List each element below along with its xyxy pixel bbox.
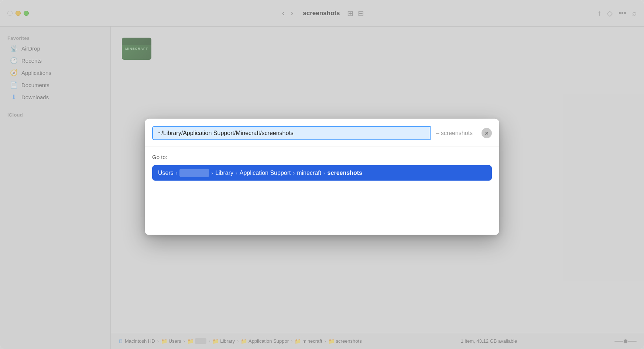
arrow-3: ›: [236, 170, 237, 176]
path-suffix: – screenshots: [431, 127, 478, 139]
segment-appsupport: Application Support: [240, 170, 291, 176]
goto-dialog: – screenshots ✕ Go to: Users › › Library…: [145, 119, 499, 235]
dialog-input-row: – screenshots ✕: [152, 126, 492, 140]
arrow-2: ›: [211, 170, 213, 176]
goto-label: Go to:: [152, 154, 492, 160]
dialog-body: Go to: Users › › Library › Application S…: [145, 146, 499, 235]
path-input[interactable]: [152, 126, 431, 140]
dialog-close-button[interactable]: ✕: [482, 128, 492, 138]
goto-path-row[interactable]: Users › › Library › Application Support …: [152, 165, 492, 181]
segment-library: Library: [215, 170, 233, 176]
segment-users: Users: [158, 170, 174, 176]
username-blur: [179, 169, 209, 177]
finder-window: ‹ › screenshots ⊞ ⊟ ↑ ◇ ••• ⌕ Favorites …: [0, 0, 644, 349]
segment-minecraft: minecraft: [297, 170, 321, 176]
segment-username: [179, 169, 209, 177]
arrow-1: ›: [176, 170, 178, 176]
arrow-4: ›: [293, 170, 295, 176]
segment-screenshots: screenshots: [328, 170, 362, 176]
dialog-top: – screenshots ✕: [145, 119, 499, 146]
arrow-5: ›: [323, 170, 325, 176]
